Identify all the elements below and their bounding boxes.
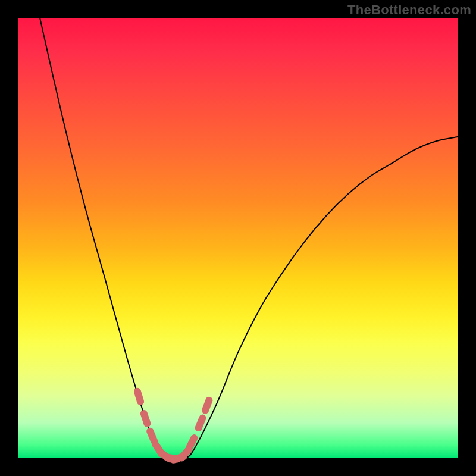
highlight-dash	[189, 438, 194, 447]
highlight-dash	[205, 400, 209, 411]
bottleneck-curve-svg	[18, 18, 458, 458]
bottleneck-curve	[40, 18, 458, 459]
highlight-dash	[199, 418, 203, 428]
highlight-dashes	[137, 392, 209, 460]
highlight-dash	[144, 414, 148, 424]
watermark-text: TheBottleneck.com	[347, 2, 471, 18]
highlight-dash	[137, 392, 140, 402]
highlight-dash	[150, 431, 154, 441]
